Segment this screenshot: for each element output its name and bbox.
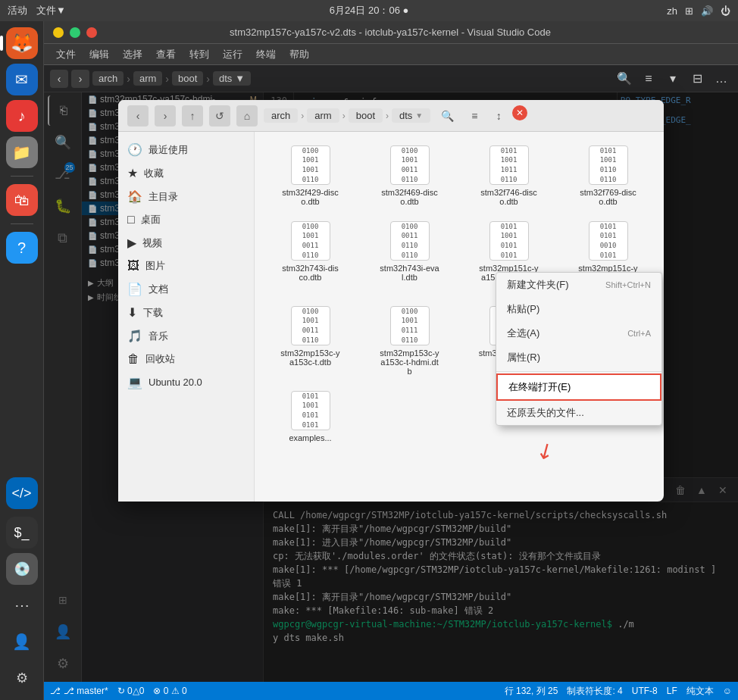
- file-stm32h743-disco[interactable]: 0100100100110110 stm32h743i-disco.dtb: [264, 217, 357, 295]
- fm-bc-arm[interactable]: arm: [307, 108, 339, 123]
- fm-up-button[interactable]: ↑: [182, 105, 203, 127]
- dock-mail[interactable]: ✉: [6, 64, 38, 95]
- file-stm32f429[interactable]: 0100100110010110 stm32f429-disco.dtb: [264, 141, 357, 211]
- file-stm32mp157-dk2[interactable]: 0100100101100110 stm32mp157c-dk2.dtb 新建文…: [561, 302, 655, 380]
- file-icon: 0101100101010101: [489, 221, 529, 261]
- file-stm32f769[interactable]: 0101100101100110 stm32f769-disco.dtb: [561, 141, 655, 211]
- ctx-open-terminal[interactable]: 在终端打开(E): [496, 373, 661, 401]
- breadcrumb-sep-1: ›: [127, 73, 130, 85]
- dock-settings[interactable]: ⚙: [6, 662, 38, 694]
- menu-view[interactable]: 查看: [150, 46, 182, 63]
- feedback-status[interactable]: ☺: [723, 685, 732, 698]
- fm-bookmarks[interactable]: ★ 收藏: [118, 161, 254, 185]
- menu-file[interactable]: 文件: [50, 46, 82, 63]
- fm-home-button[interactable]: ⌂: [236, 105, 258, 127]
- fm-search-button[interactable]: 🔍: [436, 105, 458, 127]
- fm-forward-button[interactable]: ›: [155, 105, 176, 127]
- sync-status[interactable]: ↻ 0△0: [117, 686, 145, 696]
- file-stm32f469[interactable]: 0100100100110110 stm32f469-disco.dtb: [363, 141, 456, 211]
- breadcrumb-back[interactable]: ‹: [50, 70, 68, 88]
- filter-action-button[interactable]: ▾: [662, 68, 683, 89]
- menu-select[interactable]: 选择: [117, 46, 149, 63]
- fm-documents[interactable]: 📄 文档: [118, 277, 254, 301]
- breadcrumb-bar: ‹ › arch › arm › boot › dts ▼ 🔍 ≡ ▾ ⊟ …: [44, 65, 738, 92]
- file-stm32mp153-t[interactable]: 0100100100110110 stm32mp153c-ya153c-t.dt…: [264, 302, 357, 380]
- file-icon: 0100100100110110: [390, 145, 430, 185]
- menu-goto[interactable]: 转到: [183, 46, 215, 63]
- list-action-button[interactable]: ≡: [638, 68, 659, 89]
- ctx-properties[interactable]: 属性(R): [496, 345, 661, 370]
- close-button[interactable]: ✕: [86, 27, 97, 38]
- fm-view-button[interactable]: ≡: [464, 105, 485, 127]
- fm-bc-boot[interactable]: boot: [349, 108, 383, 123]
- activities-button[interactable]: 活动: [8, 4, 27, 17]
- fm-back-button[interactable]: ‹: [127, 105, 149, 127]
- fm-home[interactable]: 🏠 主目录: [118, 185, 254, 208]
- fm-sort-button[interactable]: ↕: [488, 105, 509, 127]
- system-lang: zh: [667, 5, 677, 17]
- dock-help[interactable]: ?: [6, 232, 38, 264]
- fm-close-button[interactable]: ✕: [512, 105, 527, 120]
- file-menu[interactable]: 文件▼: [36, 4, 66, 17]
- desktop-icon: □: [127, 213, 135, 227]
- more-action-button[interactable]: …: [711, 68, 732, 89]
- fm-file-grid: 0100100110010110 stm32f429-disco.dtb 010…: [255, 132, 664, 502]
- errors-text: ⊗ 0 ⚠ 0: [153, 686, 186, 696]
- eol-status[interactable]: LF: [667, 685, 677, 698]
- breadcrumb-dts[interactable]: dts ▼: [213, 71, 251, 86]
- dock-firefox[interactable]: 🦊: [6, 27, 38, 59]
- file-stm32f746[interactable]: 0101100110110110 stm32f746-disco.dtb: [462, 141, 555, 211]
- menu-run[interactable]: 运行: [217, 46, 249, 63]
- fm-videos[interactable]: ▶ 视频: [118, 231, 254, 255]
- dock-user[interactable]: 👤: [6, 626, 38, 658]
- fm-ubuntu[interactable]: 💻 Ubuntu 20.0: [118, 370, 254, 394]
- fm-bc-dts[interactable]: dts ▼: [392, 108, 430, 123]
- fm-trash[interactable]: 🗑 回收站: [118, 348, 254, 370]
- minimize-button[interactable]: ─: [53, 27, 64, 38]
- bookmarks-icon: ★: [127, 166, 138, 180]
- file-stm32mp153-hdmi[interactable]: 0100100101110110 stm32mp153c-ya153c-t-hd…: [363, 302, 456, 380]
- ctx-select-all[interactable]: 全选(A) Ctrl+A: [496, 321, 661, 345]
- fm-downloads[interactable]: ⬇ 下载: [118, 301, 254, 324]
- ctx-restore[interactable]: 还原丢失的文件...: [496, 401, 661, 425]
- breadcrumb-forward[interactable]: ›: [71, 70, 89, 88]
- language-status[interactable]: 纯文本: [686, 685, 714, 698]
- menu-edit[interactable]: 编辑: [83, 46, 115, 63]
- line-col-status[interactable]: 行 132, 列 25: [505, 685, 558, 698]
- split-action-button[interactable]: ⊟: [686, 68, 708, 89]
- ctx-paste-label: 粘贴(P): [507, 302, 539, 316]
- ctx-paste[interactable]: 粘贴(P): [496, 297, 661, 321]
- ctx-new-folder[interactable]: 新建文件夹(F) Shift+Ctrl+N: [496, 273, 661, 297]
- dock-files[interactable]: 📁: [6, 136, 38, 168]
- maximize-button[interactable]: □: [70, 27, 80, 38]
- dock-software[interactable]: 🛍: [6, 184, 38, 216]
- eol-text: LF: [667, 686, 677, 696]
- menu-help[interactable]: 帮助: [283, 46, 315, 63]
- file-stm32h743-eval[interactable]: 0100001101100110 stm32h743i-eval.dtb: [363, 217, 456, 295]
- search-action-button[interactable]: 🔍: [614, 68, 635, 89]
- ctx-separator: [496, 371, 661, 372]
- fm-music[interactable]: 🎵 音乐: [118, 324, 254, 348]
- dock-apps[interactable]: ⋯: [6, 589, 38, 621]
- fm-bc-arch[interactable]: arch: [264, 108, 298, 123]
- dock-rhythmbox[interactable]: ♪: [6, 100, 38, 132]
- dock-terminal[interactable]: $_: [6, 517, 38, 548]
- dock-vscode[interactable]: </>: [6, 477, 38, 509]
- tab-size-status[interactable]: 制表符长度: 4: [567, 685, 622, 698]
- file-stm32mp157-examples[interactable]: 0101100101010101 examples...: [264, 386, 357, 447]
- breadcrumb-arch[interactable]: arch: [92, 71, 124, 86]
- encoding-status[interactable]: UTF-8: [632, 685, 658, 698]
- breadcrumb-boot[interactable]: boot: [172, 71, 203, 86]
- errors-status[interactable]: ⊗ 0 ⚠ 0: [153, 686, 186, 696]
- branch-status[interactable]: ⎇ ⎇ master*: [50, 686, 108, 696]
- dock-dvd[interactable]: 💿: [6, 553, 38, 585]
- fm-pictures[interactable]: 🖼 图片: [118, 255, 254, 277]
- documents-icon: 📄: [127, 282, 142, 296]
- menu-terminal[interactable]: 终端: [250, 46, 282, 63]
- fm-recent[interactable]: 🕐 最近使用: [118, 138, 254, 161]
- fm-refresh-button[interactable]: ↺: [209, 105, 230, 127]
- fm-desktop[interactable]: □ 桌面: [118, 208, 254, 231]
- file-name: stm32f469-disco.dtb: [380, 188, 440, 206]
- home-icon: 🏠: [127, 189, 142, 204]
- breadcrumb-arm[interactable]: arm: [133, 71, 162, 86]
